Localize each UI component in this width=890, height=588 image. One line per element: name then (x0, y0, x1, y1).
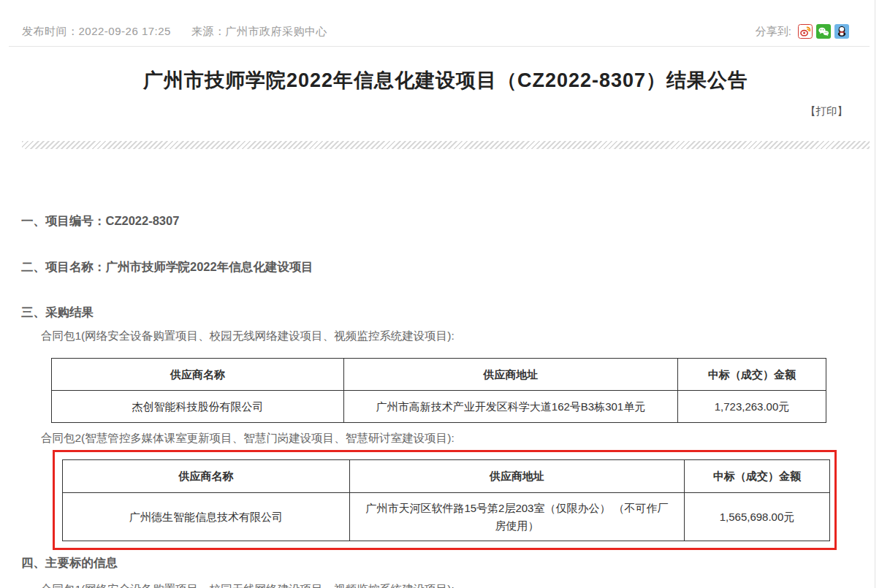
award-amount-cell: 1,723,263.00元 (678, 391, 826, 423)
top-separator (9, 46, 870, 47)
package2-intro: 合同包2(智慧管控多媒体课室更新项目、智慧门岗建设项目、智慧研讨室建设项目): (41, 431, 454, 446)
section-main-subject-info: 四、主要标的信息 (21, 555, 118, 571)
share-label: 分享到: (756, 25, 791, 39)
table-header-cell: 中标（成交）金额 (678, 359, 826, 391)
page-title: 广州市技师学院2022年信息化建设项目（CZ2022-8307）结果公告 (22, 67, 870, 93)
table-header-row: 供应商名称 供应商地址 中标（成交）金额 (63, 460, 830, 493)
package1-intro: 合同包1(网络安全设备购置项目、校园无线网络建设项目、视频监控系统建设项目): (41, 329, 454, 344)
table-header-cell: 中标（成交）金额 (685, 460, 830, 493)
package2-result-table: 供应商名称 供应商地址 中标（成交）金额 广州德生智能信息技术有限公司 广州市天… (62, 459, 830, 541)
table-header-cell: 供应商地址 (350, 460, 685, 493)
hatched-divider (22, 141, 870, 149)
source-value: 广州市政府采购中心 (225, 25, 327, 37)
supplier-name-cell: 杰创智能科技股份有限公司 (52, 391, 344, 423)
section-procurement-result: 三、采购结果 (21, 305, 94, 321)
table-row: 广州德生智能信息技术有限公司 广州市天河区软件路15号第2层203室（仅限办公）… (63, 493, 830, 541)
table-header-row: 供应商名称 供应商地址 中标（成交）金额 (52, 359, 826, 391)
table-header-cell: 供应商地址 (344, 359, 678, 391)
supplier-address-cell: 广州市高新技术产业开发区科学大道162号B3栋301单元 (344, 391, 678, 423)
publish-time-value: 2022-09-26 17:25 (79, 25, 171, 37)
publish-time-label: 发布时间： (22, 25, 79, 37)
table-header-cell: 供应商名称 (63, 460, 350, 493)
qq-share-icon[interactable] (834, 24, 849, 39)
meta-bar: 发布时间：2022-09-26 17:25来源：广州市政府采购中心 (22, 25, 327, 39)
table-header-cell: 供应商名称 (52, 359, 344, 391)
table-row: 杰创智能科技股份有限公司 广州市高新技术产业开发区科学大道162号B3栋301单… (52, 391, 826, 423)
share-box: 分享到: (756, 24, 849, 39)
print-button[interactable]: 【打印】 (805, 104, 848, 118)
vertical-divider (875, 0, 875, 588)
clipped-bottom-line: 合同包1(网络安全设备购置项目、校园无线网络建设项目、视频监控系统建设项目): (41, 582, 454, 588)
wechat-share-icon[interactable] (816, 24, 831, 39)
package1-result-table: 供应商名称 供应商地址 中标（成交）金额 杰创智能科技股份有限公司 广州市高新技… (51, 358, 826, 423)
source-label: 来源： (191, 25, 226, 37)
section-project-number: 一、项目编号：CZ2022-8307 (21, 213, 179, 229)
supplier-address-cell: 广州市天河区软件路15号第2层203室（仅限办公） （不可作厂房使用） (350, 493, 685, 541)
section-project-name: 二、项目名称：广州市技师学院2022年信息化建设项目 (21, 259, 313, 275)
weibo-share-icon[interactable] (798, 24, 813, 39)
award-amount-cell: 1,565,698.00元 (685, 493, 830, 541)
announcement-page: 发布时间：2022-09-26 17:25来源：广州市政府采购中心 分享到: (0, 0, 890, 588)
supplier-name-cell: 广州德生智能信息技术有限公司 (63, 493, 350, 541)
